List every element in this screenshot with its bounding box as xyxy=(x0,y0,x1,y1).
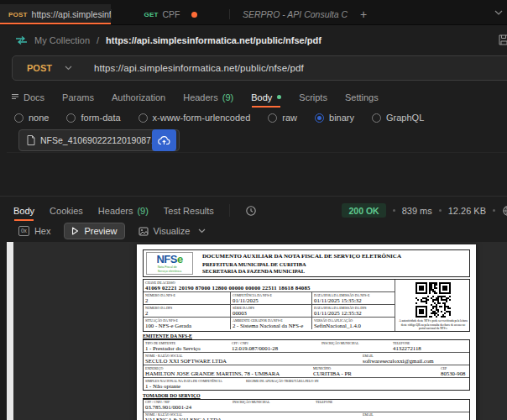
method-badge-get: GET xyxy=(144,11,158,18)
radio-icon xyxy=(66,113,76,123)
body-mode-urlencoded[interactable]: x-www-form-urlencoded xyxy=(139,113,251,123)
tab-label: Cookies xyxy=(50,206,83,216)
pdf-info-table: CHAVE DE ACESSO 41069 02221 20190 87000 … xyxy=(143,279,470,332)
qr-finder-icon xyxy=(439,282,451,294)
body-mode-raw[interactable]: raw xyxy=(268,113,297,123)
new-tab-button[interactable]: + xyxy=(349,4,378,24)
hex-icon: 0x xyxy=(18,226,29,236)
response-meta: 200 OK 839 ms 12.26 KB xyxy=(342,200,507,221)
radio-label: none xyxy=(29,113,49,123)
tab-label: Params xyxy=(62,92,94,102)
field-cpf-cnpj: CPF / CNPJ12.019.087/0001-28 xyxy=(230,340,320,352)
field-versao: VERSÃO DA APLICAÇÃOSefinNacional_1.4.0 xyxy=(312,318,395,329)
body-mode-form-data[interactable]: form-data xyxy=(66,113,120,123)
body-mode-none[interactable]: none xyxy=(14,113,49,123)
button-label: Visualize xyxy=(154,226,191,236)
tab-label: Headers xyxy=(183,92,218,102)
method-dropdown[interactable]: POST xyxy=(13,63,86,73)
url-input[interactable]: https://api.simplesinformatica.net/publi… xyxy=(86,63,304,73)
field-serie-dps: SÉRIE DA DPS00003 xyxy=(231,305,312,317)
play-icon xyxy=(71,227,79,235)
request-tab-get-cpf[interactable]: GET CPF xyxy=(112,4,229,24)
preview-view-button[interactable]: Preview xyxy=(64,223,124,239)
unsaved-dot-icon xyxy=(191,12,197,18)
radio-label: x-www-form-urlencoded xyxy=(153,113,251,123)
field-razao-social: NOME / RAZÃO SOCIALVALENGA & VALENGA LTD… xyxy=(144,412,361,420)
breadcrumb-separator: / xyxy=(97,35,99,45)
tab-headers[interactable]: Headers (9) xyxy=(183,87,233,108)
response-history-icon[interactable] xyxy=(245,200,257,221)
button-label: Hex xyxy=(34,226,51,236)
radio-icon xyxy=(315,113,324,123)
tab-title: CPF xyxy=(163,9,180,19)
response-size[interactable]: 12.26 KB xyxy=(448,206,486,216)
response-preview-pane[interactable]: NFSe Nota Fiscal deServiço eletrônica DO… xyxy=(7,242,507,420)
button-label: Preview xyxy=(84,226,117,236)
qr-finder-icon xyxy=(416,282,427,294)
qr-caption: A autenticidade deste NFS-e pode ser ver… xyxy=(395,318,471,331)
breadcrumb-collection[interactable]: My Collection xyxy=(34,35,90,45)
cloud-upload-icon xyxy=(158,135,170,145)
section-emitente: EMITENTE DA NFS-E xyxy=(143,333,470,339)
tab-label: Body xyxy=(251,92,272,102)
field-emissao-dps: DATA/HORA DA EMISSÃO DA DPS01/11/2025 12… xyxy=(312,305,395,317)
breadcrumb-request-name[interactable]: https://api.simplesinformatica.net/publi… xyxy=(106,35,321,45)
body-mode-graphql[interactable]: GraphQL xyxy=(372,113,424,123)
tab-label: Headers xyxy=(98,206,133,216)
visualize-view-button[interactable]: Visualize xyxy=(131,223,214,239)
field-telefone: TELEFONE4132272118 xyxy=(391,340,471,352)
tab-scripts[interactable]: Scripts xyxy=(299,87,327,108)
tab-body[interactable]: Body xyxy=(251,87,281,108)
pdf-title: DOCUMENTO AUXILIAR DA NOTA FISCAL DE SER… xyxy=(202,253,469,260)
radio-icon xyxy=(372,113,381,123)
response-tab-test-results[interactable]: Test Results xyxy=(164,200,214,221)
postman-window: POST https://api.simplesinfor GET CPF SE… xyxy=(0,0,507,420)
response-tab-cookies[interactable]: Cookies xyxy=(50,200,83,221)
request-tab-post[interactable]: POST https://api.simplesinfor xyxy=(0,4,111,24)
pdf-subtitle: SECRETARIA DA FAZENDA MUNICIPAL xyxy=(202,268,469,274)
response-view-toolbar: 0x Hex Preview Visualize xyxy=(11,221,213,241)
field-tipo-emitente: TIPO DE EMITENTE1 - Prestador do Serviço xyxy=(144,340,230,352)
section-tomador: TOMADOR DO SERVIÇO xyxy=(143,393,470,398)
field-telefone: TELEFONE xyxy=(314,400,471,412)
headers-count: (9) xyxy=(222,92,233,102)
tab-label: Scripts xyxy=(299,92,327,102)
tab-label: Authorization xyxy=(112,92,165,102)
collection-tab-serpro[interactable]: SERPRO - API Consulta C xyxy=(230,4,349,24)
status-badge[interactable]: 200 OK xyxy=(342,203,385,218)
tab-authorization[interactable]: Authorization xyxy=(112,87,165,108)
radio-icon xyxy=(14,113,24,123)
field-email: EMAILsoftwareseculoxxi@gmail.com xyxy=(361,353,471,365)
separator-dot xyxy=(393,209,395,212)
chevron-down-icon xyxy=(198,228,206,234)
field-competencia: COMPETÊNCIA DA NFS-E01/11/2025 xyxy=(231,292,312,304)
upload-file-button[interactable] xyxy=(152,129,176,151)
qr-code xyxy=(416,282,451,318)
tab-params[interactable]: Params xyxy=(62,87,94,108)
radio-label: form-data xyxy=(81,113,120,123)
radio-icon xyxy=(139,113,148,123)
save-request-icon[interactable] xyxy=(498,34,507,46)
separator-dot xyxy=(493,209,495,212)
response-time[interactable]: 839 ms xyxy=(402,206,432,216)
method-badge-post: POST xyxy=(8,11,28,18)
response-tab-body[interactable]: Body xyxy=(13,200,34,221)
request-tabs: Docs Params Authorization Headers (9) Bo… xyxy=(11,87,507,108)
headers-count: (9) xyxy=(137,206,148,216)
field-cpf-cnpj-nif: CPF / CNPJ / NIF03.785.901/0001-24 xyxy=(144,400,231,412)
qr-panel: A autenticidade deste NFS-e pode ser ver… xyxy=(395,280,471,331)
response-splitter[interactable] xyxy=(0,196,507,197)
tab-docs[interactable]: Docs xyxy=(11,87,44,108)
tab-overflow-chevron-icon[interactable] xyxy=(494,10,503,15)
network-info-icon[interactable] xyxy=(502,205,507,217)
field-email: EMAIL xyxy=(361,412,471,420)
tab-settings[interactable]: Settings xyxy=(345,87,379,108)
body-mode-binary[interactable]: binary xyxy=(315,113,354,123)
field-endereco: ENDEREÇOHAMILTON JOSE GRANDE MARTINS, 78… xyxy=(144,365,311,377)
panel-divider xyxy=(7,152,507,153)
tab-title: https://api.simplesinfor xyxy=(32,9,111,19)
response-tab-headers[interactable]: Headers (9) xyxy=(98,200,149,221)
hex-view-button[interactable]: 0x Hex xyxy=(11,223,58,239)
qr-finder-icon xyxy=(416,306,427,318)
http-request-icon xyxy=(15,35,28,45)
